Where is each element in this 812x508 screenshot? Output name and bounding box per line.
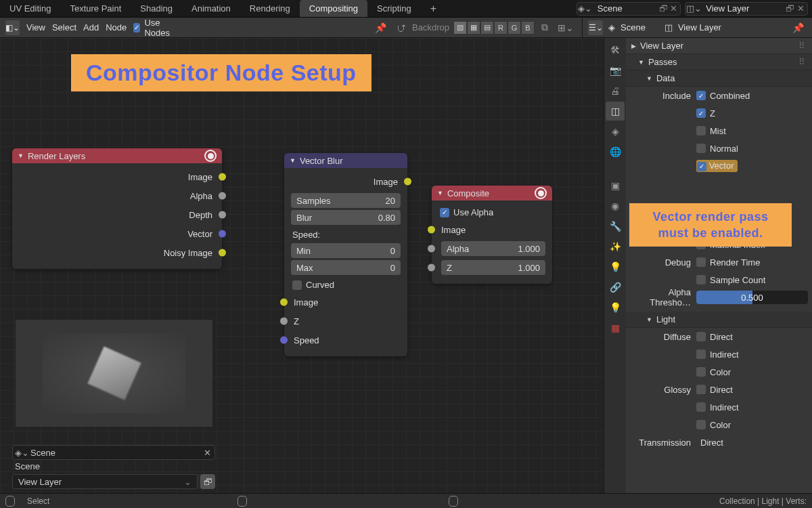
- channel-color-icon[interactable]: ▦: [467, 21, 480, 35]
- editor-type-icon[interactable]: ◧⌄: [5, 20, 20, 35]
- socket-icon[interactable]: [428, 245, 435, 253]
- tab-uv-editing[interactable]: UV Editing: [0, 0, 60, 17]
- output-alpha[interactable]: Alpha: [12, 186, 222, 205]
- input-image[interactable]: Image: [432, 220, 552, 239]
- scene-selector[interactable]: ◈⌄ Scene 🗗 ✕: [577, 2, 681, 16]
- glossy-color-checkbox[interactable]: [696, 420, 706, 429]
- tab-object-icon[interactable]: ◉: [606, 196, 625, 215]
- tab-particle-icon[interactable]: ✨: [606, 237, 625, 256]
- node-composite[interactable]: ▼ Composite ✓Use Alpha Image Alpha1.000 …: [432, 186, 552, 284]
- blur-field[interactable]: Blur0.80: [291, 210, 401, 225]
- viewlayer-field[interactable]: View Layer ⌄: [12, 474, 198, 489]
- socket-icon[interactable]: [219, 230, 226, 238]
- use-alpha-checkbox[interactable]: ✓Use Alpha: [432, 205, 552, 220]
- tab-physics-icon[interactable]: 💡: [606, 257, 625, 276]
- parent-icon[interactable]: ⮍: [393, 22, 408, 33]
- node-render-layers[interactable]: ▼ Render Layers Image Alpha Depth Vector…: [12, 148, 222, 269]
- channel-alpha-icon[interactable]: ▤: [480, 21, 494, 35]
- input-image[interactable]: Image: [284, 293, 407, 312]
- alpha-threshold-slider[interactable]: 0.500: [696, 291, 808, 304]
- tab-texture-icon[interactable]: ▦: [606, 318, 625, 337]
- node-header[interactable]: ▼ Vector Blur: [284, 153, 407, 168]
- socket-icon[interactable]: [428, 264, 435, 272]
- menu-add[interactable]: Add: [83, 22, 99, 33]
- socket-icon[interactable]: [280, 299, 288, 306]
- samples-field[interactable]: Samples20: [291, 193, 401, 208]
- tab-tool-icon[interactable]: 🛠: [606, 41, 625, 60]
- pin-icon2[interactable]: 📌: [790, 22, 807, 33]
- mist-checkbox[interactable]: [696, 126, 706, 135]
- channel-b[interactable]: B: [521, 21, 535, 35]
- preview-icon[interactable]: [204, 150, 217, 162]
- tab-collection-icon[interactable]: ▣: [606, 176, 625, 195]
- curved-checkbox[interactable]: Curved: [284, 277, 407, 293]
- min-field[interactable]: Min0: [291, 243, 401, 258]
- output-depth[interactable]: Depth: [12, 205, 222, 224]
- tab-texture-paint[interactable]: Texture Paint: [60, 0, 131, 17]
- viewlayer-selector[interactable]: ◫⌄ View Layer 🗗 ✕: [685, 2, 808, 16]
- tab-render-icon[interactable]: 📷: [606, 61, 625, 80]
- output-image[interactable]: Image: [284, 172, 407, 191]
- tab-animation[interactable]: Animation: [182, 0, 240, 17]
- tab-scene-icon[interactable]: ◈: [606, 122, 625, 141]
- sample-count-checkbox[interactable]: [696, 275, 706, 284]
- diffuse-indirect-checkbox[interactable]: [696, 350, 706, 359]
- vector-checkbox[interactable]: ✓: [697, 162, 706, 171]
- tab-constraint-icon[interactable]: 🔗: [606, 278, 625, 297]
- tab-rendering[interactable]: Rendering: [240, 0, 300, 17]
- channel-g[interactable]: G: [508, 21, 521, 35]
- passes-panel-header[interactable]: ▼Passes⠿: [626, 54, 812, 70]
- scene-field[interactable]: ◈⌄ Scene ✕: [12, 445, 215, 460]
- backdrop-toggle[interactable]: Backdrop: [412, 22, 449, 33]
- use-nodes-checkbox[interactable]: ✓ Use Nodes: [133, 18, 176, 38]
- snap-icon[interactable]: ⊞⌄: [555, 22, 577, 33]
- tab-shading[interactable]: Shading: [131, 0, 182, 17]
- collapse-icon[interactable]: ▼: [437, 190, 443, 196]
- collapse-icon[interactable]: ▼: [290, 157, 296, 164]
- glossy-indirect-checkbox[interactable]: [696, 402, 706, 412]
- clear-icon[interactable]: ✕: [200, 448, 215, 458]
- input-z[interactable]: Z: [284, 312, 407, 331]
- light-panel-header[interactable]: ▼Light: [626, 312, 812, 328]
- tab-viewlayer-icon[interactable]: ◫: [606, 102, 625, 121]
- input-speed[interactable]: Speed: [284, 331, 407, 350]
- socket-icon[interactable]: [219, 192, 226, 200]
- tab-compositing[interactable]: Compositing: [300, 0, 367, 17]
- menu-view[interactable]: View: [26, 22, 45, 33]
- z-checkbox[interactable]: ✓: [696, 108, 706, 118]
- socket-icon[interactable]: [280, 337, 288, 344]
- menu-select[interactable]: Select: [52, 22, 76, 33]
- normal-checkbox[interactable]: [696, 144, 706, 153]
- socket-icon[interactable]: [219, 211, 226, 219]
- glossy-direct-checkbox[interactable]: [696, 385, 706, 394]
- editor-type2-icon[interactable]: ☰⌄: [588, 20, 603, 35]
- duplicate-icon[interactable]: 🗗: [200, 474, 215, 489]
- tab-modifier-icon[interactable]: 🔧: [606, 217, 625, 236]
- socket-icon[interactable]: [404, 178, 411, 186]
- preview-icon[interactable]: [535, 187, 547, 199]
- node-canvas[interactable]: ▼ Render Layers Image Alpha Depth Vector…: [0, 38, 604, 493]
- socket-icon[interactable]: [280, 318, 288, 325]
- output-image[interactable]: Image: [12, 167, 222, 186]
- data-panel-header[interactable]: ▼Data: [626, 70, 812, 87]
- socket-icon[interactable]: [219, 249, 226, 257]
- z-field[interactable]: Z1.000: [441, 260, 545, 275]
- tab-scripting[interactable]: Scripting: [367, 0, 421, 17]
- socket-icon[interactable]: [428, 226, 435, 234]
- tab-output-icon[interactable]: 🖨: [606, 81, 625, 100]
- stereo-icon[interactable]: ⧉: [539, 22, 551, 33]
- alpha-field[interactable]: Alpha1.000: [441, 241, 545, 256]
- render-time-checkbox[interactable]: [696, 257, 706, 267]
- combined-checkbox[interactable]: ✓: [696, 91, 706, 100]
- diffuse-color-checkbox[interactable]: [696, 367, 706, 377]
- node-header[interactable]: ▼ Composite: [432, 186, 552, 200]
- diffuse-direct-checkbox[interactable]: [696, 332, 706, 341]
- menu-node[interactable]: Node: [106, 22, 127, 33]
- output-vector[interactable]: Vector: [12, 224, 222, 243]
- channel-combined-icon[interactable]: ▧: [453, 21, 467, 35]
- viewlayer-actions[interactable]: 🗗 ✕: [783, 3, 807, 14]
- tab-world-icon[interactable]: 🌐: [606, 142, 625, 161]
- collapse-icon[interactable]: ▼: [18, 152, 24, 159]
- max-field[interactable]: Max0: [291, 260, 401, 275]
- viewlayer-panel-header[interactable]: ▶View Layer⠿: [626, 38, 812, 54]
